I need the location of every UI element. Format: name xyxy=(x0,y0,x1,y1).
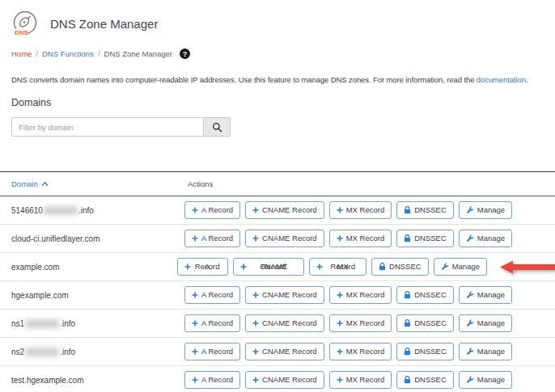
redacted-text-blur xyxy=(44,206,78,215)
wrench-icon xyxy=(466,376,474,384)
domains-section-heading: Domains xyxy=(11,97,555,108)
plus-icon xyxy=(192,207,198,213)
domain-text-suffix: .info xyxy=(78,206,94,215)
svg-text:DNS: DNS xyxy=(15,29,29,36)
table-header-row: Domain Actions xyxy=(0,172,555,196)
plus-icon xyxy=(337,348,343,355)
a-record-button[interactable]: A Record xyxy=(184,343,240,360)
domain-text: cloud-ci.unifiedlayer.com xyxy=(11,234,100,243)
lock-icon xyxy=(404,234,411,242)
row-actions-cell: A RecordCNAME RecordMX RecordDNSSECManag… xyxy=(184,286,517,304)
page-title: DNS Zone Manager xyxy=(50,17,158,31)
dnssec-button[interactable]: DNSSEC xyxy=(396,201,454,219)
row-actions-cell: A RecordCNAME RecordMX RecordDNSSECManag… xyxy=(177,258,555,276)
mx-record-button[interactable]: MX Record xyxy=(329,286,392,304)
manage-button[interactable]: Manage xyxy=(459,314,512,332)
a-record-button[interactable]: A Record xyxy=(184,230,240,247)
cname-record-button[interactable]: CNAME Record xyxy=(245,371,324,389)
manage-button[interactable]: Manage xyxy=(434,258,487,276)
domain-name-cell: ns1.info xyxy=(11,319,184,328)
domain-text: example.com xyxy=(11,263,59,272)
table-row: hgexample.comA RecordCNAME RecordMX Reco… xyxy=(0,281,555,310)
dnssec-button[interactable]: DNSSEC xyxy=(396,230,454,247)
row-actions-cell: A RecordCNAME RecordMX RecordDNSSECManag… xyxy=(184,314,517,332)
plus-icon xyxy=(337,207,343,213)
table-row: test.hgexample.comA RecordCNAME RecordMX… xyxy=(0,366,555,392)
domain-column-sort[interactable]: Domain xyxy=(11,179,188,188)
domain-name-cell: example.com xyxy=(11,263,177,272)
dnssec-button[interactable]: DNSSEC xyxy=(396,314,454,332)
red-arrow-annotation xyxy=(500,260,555,274)
plus-icon xyxy=(192,320,198,327)
domain-name-cell: hgexample.com xyxy=(11,291,184,300)
breadcrumb-dns-functions-link[interactable]: DNS Functions xyxy=(42,49,94,58)
wrench-icon xyxy=(441,263,449,271)
domain-filter-input[interactable] xyxy=(11,117,204,137)
plus-icon xyxy=(337,377,343,383)
mx-record-button[interactable]: MX Record xyxy=(329,371,392,389)
dnssec-button[interactable]: DNSSEC xyxy=(396,371,454,389)
manage-button[interactable]: Manage xyxy=(459,343,512,360)
cname-record-button[interactable]: CNAME Record xyxy=(233,258,305,276)
row-actions-cell: A RecordCNAME RecordMX RecordDNSSECManag… xyxy=(184,343,517,360)
breadcrumb-separator: / xyxy=(98,49,100,58)
manage-button[interactable]: Manage xyxy=(459,230,512,247)
lock-icon xyxy=(404,291,411,299)
a-record-button[interactable]: A Record xyxy=(177,258,228,276)
lock-icon xyxy=(404,319,411,327)
domain-name-cell: ns2.info xyxy=(11,348,184,356)
table-row: ns2.infoA RecordCNAME RecordMX RecordDNS… xyxy=(0,338,555,366)
help-icon[interactable]: ? xyxy=(180,48,190,59)
dns-satellite-icon: DNS xyxy=(8,6,42,40)
cname-record-button[interactable]: CNAME Record xyxy=(245,230,324,247)
a-record-button[interactable]: A Record xyxy=(184,371,240,389)
dnssec-button[interactable]: DNSSEC xyxy=(396,286,454,304)
search-button[interactable] xyxy=(204,117,231,137)
wrench-icon xyxy=(466,348,474,356)
plus-icon xyxy=(252,292,259,298)
cname-record-button[interactable]: CNAME Record xyxy=(245,286,324,304)
table-row: ns1.infoA RecordCNAME RecordMX RecordDNS… xyxy=(0,310,555,338)
plus-icon xyxy=(316,263,323,270)
wrench-icon xyxy=(466,291,474,299)
cname-record-button[interactable]: CNAME Record xyxy=(245,201,324,219)
breadcrumb: Home / DNS Functions / DNS Zone Manager … xyxy=(11,48,555,59)
plus-icon xyxy=(337,292,343,298)
domain-text: ns2 xyxy=(11,348,24,356)
plus-icon xyxy=(192,348,198,355)
sort-ascending-icon xyxy=(41,181,49,187)
a-record-button[interactable]: A Record xyxy=(184,286,240,304)
row-actions-cell: A RecordCNAME RecordMX RecordDNSSECManag… xyxy=(184,230,517,247)
plus-icon xyxy=(252,235,259,242)
lock-icon xyxy=(379,263,386,271)
manage-button[interactable]: Manage xyxy=(459,286,512,304)
a-record-button[interactable]: A Record xyxy=(184,201,240,219)
wrench-icon xyxy=(466,234,474,242)
mx-record-button[interactable]: MX Record xyxy=(329,314,392,332)
plus-icon xyxy=(252,207,259,213)
wrench-icon xyxy=(466,319,474,327)
description-text-end: . xyxy=(526,75,528,84)
mx-record-button[interactable]: MX Record xyxy=(309,258,366,276)
cname-record-button[interactable]: CNAME Record xyxy=(245,314,324,332)
breadcrumb-current-page: DNS Zone Manager xyxy=(104,49,172,58)
manage-button[interactable]: Manage xyxy=(459,371,512,389)
documentation-link[interactable]: documentation xyxy=(477,75,526,84)
mx-record-button[interactable]: MX Record xyxy=(329,343,392,360)
mx-record-button[interactable]: MX Record xyxy=(329,230,392,247)
breadcrumb-home-link[interactable]: Home xyxy=(11,49,32,58)
lock-icon xyxy=(404,376,411,384)
domain-text: 5146610 xyxy=(11,206,43,215)
magnifier-icon xyxy=(212,122,222,133)
cname-record-button[interactable]: CNAME Record xyxy=(245,343,324,360)
domain-table-body: 5146610.infoA RecordCNAME RecordMX Recor… xyxy=(0,196,555,392)
mx-record-button[interactable]: MX Record xyxy=(329,201,392,219)
manage-button[interactable]: Manage xyxy=(459,201,512,219)
a-record-button[interactable]: A Record xyxy=(184,314,240,332)
domain-column-label: Domain xyxy=(11,179,38,188)
dnssec-button[interactable]: DNSSEC xyxy=(371,258,429,276)
plus-icon xyxy=(337,235,343,242)
dnssec-button[interactable]: DNSSEC xyxy=(396,343,454,360)
plus-icon xyxy=(337,320,343,327)
description-text: DNS converts domain names into computer-… xyxy=(11,75,477,84)
